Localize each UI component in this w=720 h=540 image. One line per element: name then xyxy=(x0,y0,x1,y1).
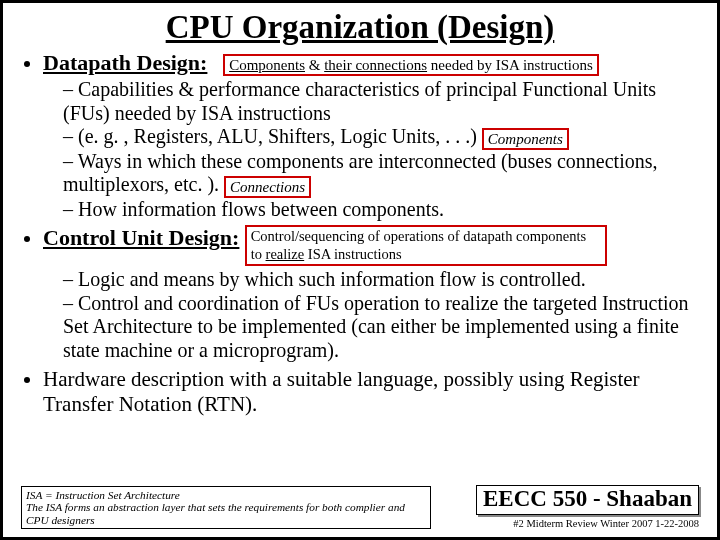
datapath-items: Capabilities & performance characteristi… xyxy=(43,78,699,221)
slide: CPU Organization (Design) Datapath Desig… xyxy=(0,0,720,540)
isa-footnote: ISA = Instruction Set Architecture The I… xyxy=(21,486,431,529)
dp-item-1: Capabilities & performance characteristi… xyxy=(63,78,699,125)
control-items: Logic and means by which such informatio… xyxy=(43,268,699,362)
footer-area: ISA = Instruction Set Architecture The I… xyxy=(21,486,699,529)
control-note-box: Control/sequencing of operations of data… xyxy=(245,225,607,266)
connections-box: Connections xyxy=(224,176,311,198)
slide-title: CPU Organization (Design) xyxy=(21,9,699,46)
cu-item-1: Logic and means by which such informatio… xyxy=(63,268,699,292)
dp-item-3: Ways in which these components are inter… xyxy=(63,150,699,198)
course-badge: EECC 550 - Shaaban xyxy=(476,485,699,515)
datapath-header: Datapath Design: xyxy=(43,50,207,75)
components-box: Components xyxy=(482,128,569,150)
datapath-note-box: Components & their connections needed by… xyxy=(223,54,599,76)
cu-item-2: Control and coordination of FUs operatio… xyxy=(63,292,699,363)
dp-item-4: How information flows between components… xyxy=(63,198,699,222)
hw-desc: Hardware description with a suitable lan… xyxy=(43,367,699,417)
datapath-section: Datapath Design: Components & their conn… xyxy=(43,50,699,221)
main-list: Datapath Design: Components & their conn… xyxy=(21,50,699,417)
dp-item-2: (e. g. , Registers, ALU, Shifters, Logic… xyxy=(63,125,699,149)
control-header: Control Unit Design: xyxy=(43,225,239,250)
control-section: Control Unit Design: Control/sequencing … xyxy=(43,225,699,362)
page-line: #2 Midterm Review Winter 2007 1-22-2008 xyxy=(513,518,699,529)
